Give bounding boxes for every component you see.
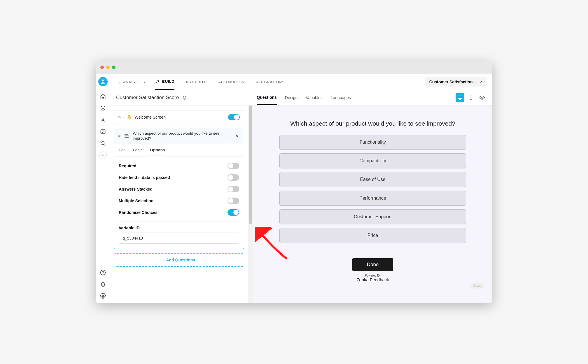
option-answers-stacked: Answers Stacked bbox=[119, 183, 239, 195]
option-multiple-selection: Multiple Selection bbox=[119, 195, 239, 207]
qtab-options[interactable]: Options bbox=[150, 144, 165, 156]
chevron-down-icon bbox=[479, 80, 482, 84]
eye-preview-icon[interactable] bbox=[478, 93, 487, 102]
qtab-edit[interactable]: Edit bbox=[119, 144, 125, 156]
desktop-preview-icon[interactable] bbox=[456, 93, 464, 102]
more-icon[interactable]: ⋯ bbox=[224, 133, 231, 139]
toggle-answers-stacked[interactable] bbox=[228, 186, 239, 192]
nav-label: BUILD bbox=[162, 79, 174, 84]
app-window: + ANALYTICS BUILD bbox=[96, 61, 492, 303]
toggle-multiple-selection[interactable] bbox=[228, 198, 239, 204]
option-label: Hide field if data is passed bbox=[119, 175, 170, 180]
close-icon[interactable]: ✕ bbox=[234, 133, 240, 139]
settings-icon[interactable] bbox=[100, 293, 106, 299]
question-editor-tabs: Edit Logic Options bbox=[114, 144, 244, 156]
contacts-icon[interactable] bbox=[100, 117, 106, 123]
survey-selector[interactable]: Customer Satisfaction ... bbox=[425, 77, 487, 87]
svg-rect-8 bbox=[458, 96, 462, 99]
question-number: 01 bbox=[118, 134, 122, 138]
calendar-icon[interactable] bbox=[100, 128, 106, 135]
tab-languages[interactable]: Languages bbox=[331, 90, 351, 105]
choice-option[interactable]: Performance bbox=[279, 191, 466, 206]
survey-selector-label: Customer Satisfaction ... bbox=[429, 80, 477, 84]
toggle-required[interactable] bbox=[228, 163, 239, 169]
home-icon[interactable] bbox=[100, 93, 106, 100]
options-section: Required Hide field if data is passed An… bbox=[114, 156, 244, 249]
svg-rect-2 bbox=[101, 130, 105, 133]
close-window-icon[interactable] bbox=[100, 66, 104, 69]
add-icon[interactable]: + bbox=[99, 152, 107, 159]
toggle-randomize-choices[interactable] bbox=[228, 209, 239, 216]
welcome-badge: WS bbox=[118, 115, 124, 119]
mobile-preview-icon[interactable] bbox=[467, 93, 475, 102]
option-label: Required bbox=[119, 163, 136, 168]
nav-label: DISTRIBUTE bbox=[184, 80, 208, 84]
tab-design[interactable]: Design bbox=[285, 90, 298, 105]
wave-icon: 👋 bbox=[127, 115, 132, 119]
nav-label: INTEGRATIONS bbox=[255, 80, 285, 84]
tab-variables[interactable]: Variables bbox=[306, 90, 322, 105]
welcome-label: Welcome Screen bbox=[135, 115, 225, 119]
powered-brand: Zonka Feedback bbox=[356, 277, 389, 282]
nav-label: ANALYTICS bbox=[123, 80, 145, 84]
welcome-toggle[interactable] bbox=[228, 114, 240, 120]
top-nav: ANALYTICS BUILD DISTRIBUTE AUTOMATION IN… bbox=[110, 74, 492, 90]
svg-point-1 bbox=[102, 118, 104, 120]
question-text: Which aspect of our product would you li… bbox=[133, 131, 221, 141]
workflow-icon[interactable] bbox=[100, 140, 106, 146]
nav-analytics[interactable]: ANALYTICS bbox=[116, 74, 145, 90]
svg-point-7 bbox=[184, 97, 185, 98]
tab-questions[interactable]: Questions bbox=[257, 90, 276, 105]
nav-integrations[interactable]: INTEGRATIONS bbox=[255, 74, 285, 90]
question-header[interactable]: 01 Which aspect of our product would you… bbox=[114, 128, 244, 144]
option-label: Multiple Selection bbox=[119, 198, 153, 203]
choice-option[interactable]: Price bbox=[279, 228, 466, 243]
minimize-window-icon[interactable] bbox=[106, 66, 110, 69]
help-icon[interactable] bbox=[100, 269, 106, 276]
notifications-icon[interactable] bbox=[100, 281, 106, 287]
preview-question: Which aspect of our product would you li… bbox=[290, 120, 455, 127]
variable-id-input[interactable] bbox=[119, 233, 239, 244]
svg-point-0 bbox=[101, 106, 105, 110]
nav-automation[interactable]: AUTOMATION bbox=[218, 74, 244, 90]
choice-option[interactable]: Ease of Use bbox=[279, 172, 466, 187]
question-type-icon bbox=[125, 133, 130, 138]
svg-point-4 bbox=[104, 144, 105, 145]
choice-option[interactable]: Compatibility bbox=[279, 153, 466, 168]
qtab-logic[interactable]: Logic bbox=[133, 144, 142, 156]
nav-label: AUTOMATION bbox=[218, 80, 244, 84]
choice-option[interactable]: Customer Support bbox=[279, 209, 466, 224]
nav-build[interactable]: BUILD bbox=[155, 74, 174, 90]
option-label: Randomize Choices bbox=[119, 210, 158, 215]
builder-tabs: Questions Design Variables Languages bbox=[257, 90, 351, 105]
option-randomize-choices: Randomize Choices bbox=[119, 207, 239, 218]
side-rail: + bbox=[96, 74, 110, 303]
choice-option[interactable]: Functionality bbox=[279, 135, 466, 150]
add-questions-button[interactable]: + Add Questions bbox=[114, 253, 244, 267]
svg-point-10 bbox=[481, 97, 483, 99]
device-preview-toggle bbox=[456, 93, 487, 102]
feedback-icon[interactable] bbox=[100, 105, 106, 111]
questions-panel: WS 👋 Welcome Screen 01 Which aspect of o… bbox=[110, 105, 253, 303]
powered-by: Powered By Zonka Feedback bbox=[356, 274, 389, 282]
survey-title: Customer Satisfaction Score bbox=[116, 95, 179, 101]
option-label: Answers Stacked bbox=[119, 187, 153, 191]
scrollbar[interactable] bbox=[248, 105, 253, 303]
svg-point-6 bbox=[102, 295, 104, 296]
welcome-screen-card[interactable]: WS 👋 Welcome Screen bbox=[114, 110, 244, 124]
gear-icon[interactable] bbox=[182, 95, 187, 100]
maximize-window-icon[interactable] bbox=[112, 66, 116, 69]
done-button[interactable]: Done bbox=[352, 258, 393, 271]
svg-point-3 bbox=[101, 141, 102, 142]
divider bbox=[119, 221, 239, 221]
toggle-hide-field[interactable] bbox=[228, 174, 239, 181]
sub-header: Customer Satisfaction Score Questions De… bbox=[110, 90, 492, 105]
window-titlebar bbox=[96, 61, 492, 74]
brand-logo[interactable] bbox=[98, 77, 108, 86]
option-required: Required bbox=[119, 160, 239, 172]
option-hide-field: Hide field if data is passed bbox=[119, 172, 239, 183]
survey-preview: Which aspect of our product would you li… bbox=[253, 105, 492, 303]
save-button-ghost[interactable]: Save bbox=[470, 283, 484, 289]
powered-small: Powered By bbox=[356, 274, 389, 277]
nav-distribute[interactable]: DISTRIBUTE bbox=[184, 74, 208, 90]
